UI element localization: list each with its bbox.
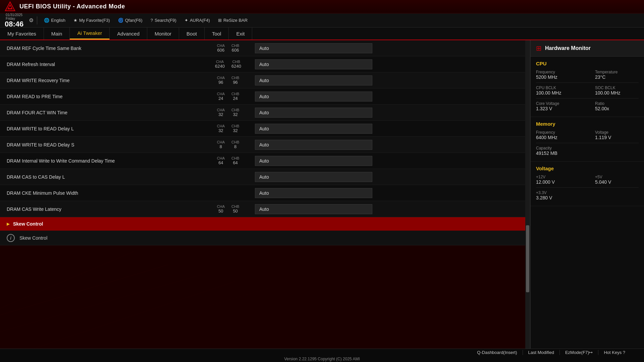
footer: Q-Dashboard(Insert) Last Modified EzMode… bbox=[0, 349, 644, 362]
hw-monitor-icon: ⊞ bbox=[536, 44, 542, 52]
toolbar-divider bbox=[37, 16, 37, 24]
nav-menu: My Favorites Main Ai Tweaker Advanced Mo… bbox=[0, 27, 644, 40]
setting-label: DRAM CAS to CAS Delay L bbox=[7, 174, 201, 180]
channel-block: CHA6240 CHB6240 bbox=[201, 60, 255, 69]
hot-keys-button[interactable]: Hot Keys ? bbox=[598, 350, 631, 355]
setting-value[interactable]: Auto bbox=[255, 188, 519, 198]
table-row: DRAM Internal Write to Write Command Del… bbox=[0, 153, 525, 169]
aura-icon: ✦ bbox=[184, 18, 188, 23]
aura-button[interactable]: ✦ AURA(F4) bbox=[181, 16, 213, 24]
hw-section-memory-title: Memory bbox=[536, 121, 639, 127]
setting-value[interactable]: Auto bbox=[255, 204, 519, 214]
channel-block: CHA32 CHB32 bbox=[201, 124, 255, 133]
table-row: DRAM WRITE Recovery Time CHA96 CHB96 Aut… bbox=[0, 72, 525, 88]
setting-label: DRAM FOUR ACT WIN Time bbox=[7, 110, 201, 115]
hw-divider bbox=[536, 187, 639, 188]
scrollbar-thumb[interactable] bbox=[526, 225, 529, 292]
setting-value[interactable]: Auto bbox=[255, 92, 519, 102]
hw-row: Capacity 49152 MB bbox=[536, 146, 639, 156]
skew-control-header[interactable]: ▶ Skew Control bbox=[0, 217, 525, 231]
settings-list: DRAM REF Cycle Time Same Bank CHA606 CHB… bbox=[0, 40, 525, 245]
table-row: DRAM CKE Minimum Pulse Width Auto bbox=[0, 185, 525, 201]
nav-item-advanced[interactable]: Advanced bbox=[110, 27, 147, 40]
main-layout: DRAM REF Cycle Time Same Bank CHA606 CHB… bbox=[0, 40, 644, 349]
footer-version: Version 2.22.1295 Copyright (C) 2025 AMI bbox=[284, 357, 360, 361]
hw-section-voltage-title: Voltage bbox=[536, 166, 639, 171]
last-modified-button[interactable]: Last Modified bbox=[523, 350, 560, 355]
language-button[interactable]: 🌐 English bbox=[41, 16, 69, 24]
nav-item-monitor[interactable]: Monitor bbox=[147, 27, 179, 40]
resize-bar-button[interactable]: ⊞ ReSize BAR bbox=[215, 16, 251, 24]
channel-block: CHA24 CHB24 bbox=[201, 92, 255, 101]
setting-value[interactable]: Auto bbox=[255, 140, 519, 150]
setting-value[interactable]: Auto bbox=[255, 172, 519, 182]
content-area: DRAM REF Cycle Time Same Bank CHA606 CHB… bbox=[0, 40, 525, 349]
setting-label: DRAM WRITE to READ Delay L bbox=[7, 126, 201, 131]
setting-label: DRAM WRITE to READ Delay S bbox=[7, 142, 201, 147]
hw-row: Frequency 6400 MHz Voltage 1.119 V bbox=[536, 130, 639, 140]
table-row: DRAM FOUR ACT WIN Time CHA32 CHB32 Auto bbox=[0, 105, 525, 121]
hw-divider bbox=[536, 143, 639, 143]
search-button[interactable]: ? Search(F9) bbox=[147, 16, 180, 24]
table-row: DRAM REF Cycle Time Same Bank CHA606 CHB… bbox=[0, 40, 525, 56]
setting-value[interactable]: Auto bbox=[255, 59, 519, 69]
skew-info-label: Skew Control bbox=[19, 235, 47, 241]
hw-col-33v: +3.3V 3.280 V bbox=[536, 190, 580, 200]
hw-col-mem-voltage: Voltage 1.119 V bbox=[595, 130, 639, 140]
hw-col-capacity: Capacity 49152 MB bbox=[536, 146, 580, 156]
nav-item-boot[interactable]: Boot bbox=[179, 27, 205, 40]
skew-control-title: Skew Control bbox=[13, 221, 43, 227]
toolbar-clock: 08:46 bbox=[5, 20, 23, 28]
hw-row: +12V 12.000 V +5V 5.040 V bbox=[536, 175, 639, 185]
hw-row: Core Voltage 1.323 V Ratio 52.00x bbox=[536, 101, 639, 111]
nav-item-ai-tweaker[interactable]: Ai Tweaker bbox=[70, 27, 110, 40]
setting-label: DRAM CAS Write Latency bbox=[7, 206, 201, 212]
hw-col-temperature: Temperature 23°C bbox=[595, 70, 639, 80]
nav-item-exit[interactable]: Exit bbox=[229, 27, 252, 40]
nav-item-main[interactable]: Main bbox=[44, 27, 70, 40]
hw-col-frequency: Frequency 5200 MHz bbox=[536, 70, 580, 80]
my-favorites-button[interactable]: ★ My Favorite(F3) bbox=[70, 16, 113, 24]
scrollbar-track[interactable] bbox=[525, 40, 530, 349]
hw-col-5v: +5V 5.040 V bbox=[595, 175, 639, 185]
setting-value[interactable]: Auto bbox=[255, 75, 519, 85]
qfan-button[interactable]: 🌀 Qfan(F6) bbox=[115, 16, 146, 24]
hw-divider bbox=[536, 82, 639, 83]
setting-value[interactable]: Auto bbox=[255, 43, 519, 53]
ez-mode-button[interactable]: EzMode(F7)↦ bbox=[560, 350, 599, 355]
expand-arrow-icon: ▶ bbox=[7, 222, 10, 226]
setting-value[interactable]: Auto bbox=[255, 108, 519, 118]
rog-logo bbox=[4, 1, 16, 13]
header-title: UEFI BIOS Utility - Advanced Mode bbox=[19, 3, 125, 10]
table-row: DRAM Refresh Interval CHA6240 CHB6240 Au… bbox=[0, 56, 525, 72]
hw-divider bbox=[536, 98, 639, 99]
fan-icon: 🌀 bbox=[118, 18, 123, 23]
globe-icon: 🌐 bbox=[44, 18, 49, 23]
resize-icon: ⊞ bbox=[218, 18, 222, 23]
time-block: 01/31/2025Friday 08:46 bbox=[5, 13, 23, 28]
info-icon: i bbox=[7, 234, 15, 242]
search-icon: ? bbox=[151, 18, 153, 23]
table-row: DRAM WRITE to READ Delay S CHA8 CHB8 Aut… bbox=[0, 137, 525, 153]
header: UEFI BIOS Utility - Advanced Mode bbox=[0, 0, 644, 13]
toolbar: 01/31/2025Friday 08:46 ⚙ 🌐 English ★ My … bbox=[0, 13, 644, 27]
setting-value[interactable]: Auto bbox=[255, 156, 519, 166]
hw-col-cpu-bclk: CPU BCLK 100.00 MHz bbox=[536, 85, 580, 96]
channel-block: CHA64 CHB64 bbox=[201, 156, 255, 165]
hw-col-soc-bclk: SOC BCLK 100.00 MHz bbox=[595, 85, 639, 96]
settings-icon[interactable]: ⚙ bbox=[29, 17, 34, 23]
setting-value[interactable]: Auto bbox=[255, 124, 519, 134]
setting-label: DRAM Internal Write to Write Command Del… bbox=[7, 158, 201, 164]
hw-section-voltage: Voltage +12V 12.000 V +5V 5.040 V +3.3V … bbox=[531, 162, 644, 206]
channel-block: CHA50 CHB50 bbox=[201, 204, 255, 214]
nav-item-tool[interactable]: Tool bbox=[205, 27, 229, 40]
footer-toolbar: Q-Dashboard(Insert) Last Modified EzMode… bbox=[0, 350, 644, 355]
nav-item-my-favorites[interactable]: My Favorites bbox=[0, 27, 44, 40]
hw-monitor-header: ⊞ Hardware Monitor bbox=[531, 40, 644, 57]
table-row: DRAM CAS to CAS Delay L Auto bbox=[0, 169, 525, 185]
setting-label: DRAM WRITE Recovery Time bbox=[7, 78, 201, 83]
hw-section-cpu-title: CPU bbox=[536, 61, 639, 66]
hw-section-cpu: CPU Frequency 5200 MHz Temperature 23°C … bbox=[531, 57, 644, 117]
star-icon: ★ bbox=[73, 18, 77, 23]
q-dashboard-button[interactable]: Q-Dashboard(Insert) bbox=[472, 350, 523, 355]
